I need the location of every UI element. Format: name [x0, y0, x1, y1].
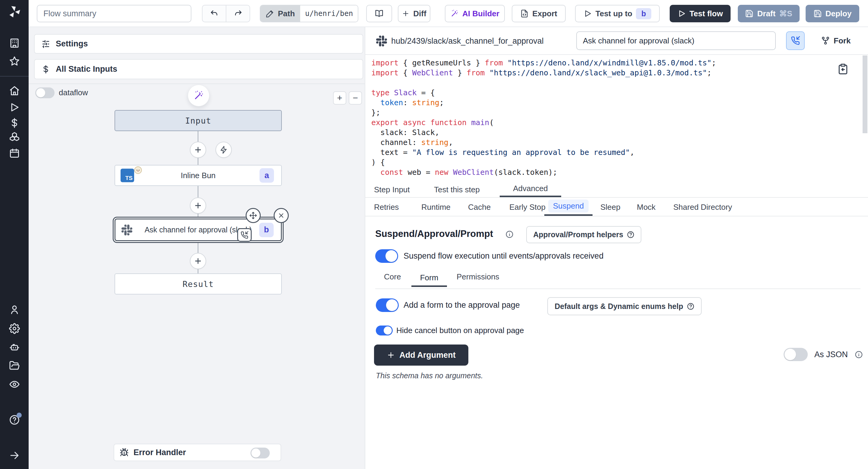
path-button-label: Path [278, 9, 295, 19]
as-json-label: As JSON [814, 348, 848, 361]
bug-icon [120, 448, 129, 457]
subtab-suspend-active[interactable]: Suspend [544, 198, 592, 216]
suspend-flow-toggle-label: Suspend flow execution until events/appr… [404, 249, 603, 263]
path-button[interactable]: Path [260, 5, 300, 22]
ai-builder-button[interactable]: AI Builder [445, 5, 505, 22]
step-detail-panel: hub/2439/slack/ask_channel_for_approval … [365, 27, 868, 469]
windmill-logo-icon[interactable] [7, 4, 22, 19]
empty-schema-note: This schema has no arguments. [376, 371, 483, 380]
suspend-tab-form-active[interactable]: Form [411, 271, 447, 287]
scrollbar-thumb[interactable] [863, 56, 867, 133]
resources-boxes-icon[interactable] [9, 132, 20, 143]
helpers-button-label: Approval/Prompt helpers [533, 230, 623, 239]
delete-step-button[interactable] [274, 208, 289, 223]
subtab-mock[interactable]: Mock [637, 198, 655, 216]
insert-step-button[interactable] [190, 197, 206, 214]
step-tabs: Step Input Test this step Advanced [365, 182, 868, 198]
users-icon[interactable] [9, 304, 20, 315]
draft-button[interactable]: Draft ⌘S [738, 5, 800, 22]
flow-graph-panel: Settings All Static Inputs dataflow + − … [29, 27, 365, 469]
subtab-sleep[interactable]: Sleep [600, 198, 621, 216]
home-icon[interactable] [9, 85, 20, 96]
fork-button[interactable]: Fork [821, 31, 850, 50]
result-node[interactable]: Result [115, 273, 282, 294]
input-node[interactable]: Input [115, 110, 282, 131]
error-handler-toggle[interactable] [250, 447, 270, 459]
insert-step-button[interactable] [190, 142, 206, 158]
favorites-star-icon[interactable] [9, 56, 20, 67]
add-argument-label: Add Argument [399, 350, 456, 360]
draft-shortcut: ⌘S [779, 9, 792, 19]
default-args-help-button[interactable]: Default args & Dynamic enums help [547, 297, 702, 315]
input-node-label: Input [185, 116, 211, 125]
copy-code-button[interactable] [837, 63, 849, 75]
flow-summary-input[interactable] [37, 5, 191, 22]
settings-card-label: Settings [56, 39, 88, 49]
undo-button[interactable] [203, 5, 226, 22]
dataflow-toggle[interactable] [35, 87, 55, 98]
tab-step-input[interactable]: Step Input [374, 182, 410, 198]
step-header: hub/2439/slack/ask_channel_for_approval … [365, 27, 868, 55]
export-button[interactable]: Export [512, 5, 566, 22]
flow-edge [198, 214, 198, 219]
pencil-icon [266, 9, 274, 18]
variables-dollar-icon[interactable] [9, 118, 20, 128]
help-icon[interactable] [9, 414, 20, 425]
approval-prompt-helpers-button[interactable]: Approval/Prompt helpers [526, 226, 641, 243]
all-static-inputs-card[interactable]: All Static Inputs [34, 59, 363, 79]
add-argument-button[interactable]: Add Argument [374, 345, 468, 366]
runs-play-icon[interactable] [9, 102, 20, 113]
left-rail [0, 0, 29, 469]
schedules-calendar-icon[interactable] [9, 148, 20, 159]
zoom-in-button[interactable]: + [333, 91, 346, 104]
move-step-button[interactable] [246, 208, 261, 223]
as-json-toggle[interactable] [784, 348, 808, 361]
path-value[interactable]: u/henri/ben [300, 5, 358, 22]
step-name-input[interactable] [576, 31, 776, 50]
subtab-shared-directory[interactable]: Shared Directory [673, 198, 732, 216]
flow-edge [198, 241, 198, 253]
audit-eye-icon[interactable] [9, 379, 20, 390]
collapse-arrow-icon[interactable] [9, 450, 20, 461]
tab-advanced-active[interactable]: Advanced [500, 182, 561, 197]
tab-test-this-step[interactable]: Test this step [434, 182, 480, 198]
hide-cancel-toggle[interactable] [376, 325, 393, 336]
suspend-flow-toggle[interactable] [375, 249, 398, 263]
typescript-bun-icon: TS [121, 169, 134, 182]
diff-button[interactable]: Diff [398, 5, 430, 22]
test-up-to-button[interactable]: Test up to b [575, 5, 660, 22]
subtab-retries[interactable]: Retries [374, 198, 399, 216]
add-form-toggle[interactable] [376, 299, 399, 312]
insert-step-button[interactable] [190, 253, 206, 269]
docs-button[interactable] [366, 5, 392, 22]
code-editor[interactable]: import { getResumeUrls } from "https://d… [371, 58, 716, 177]
suspend-tab-permissions[interactable]: Permissions [457, 271, 499, 282]
suspend-phone-button[interactable] [786, 31, 805, 50]
info-icon[interactable] [855, 350, 863, 359]
info-icon[interactable] [505, 230, 514, 239]
subtab-cache[interactable]: Cache [468, 198, 491, 216]
subtab-runtime[interactable]: Runtime [421, 198, 451, 216]
deploy-button[interactable]: Deploy [806, 5, 859, 22]
save-icon [745, 9, 753, 18]
zap-icon [219, 146, 228, 154]
settings-gear-icon[interactable] [9, 323, 20, 334]
code-editor-area[interactable]: import { getResumeUrls } from "https://d… [365, 56, 868, 182]
step-node-a[interactable]: TS Inline Bun a [115, 165, 282, 186]
error-handler-card[interactable]: Error Handler [114, 444, 281, 461]
test-flow-button[interactable]: Test flow [670, 5, 731, 22]
ai-flow-wand-button[interactable] [188, 85, 210, 106]
suspend-phone-indicator[interactable] [237, 228, 252, 242]
subtab-early-stop[interactable]: Early Stop [509, 198, 546, 216]
plus-icon [194, 146, 202, 154]
suspend-tab-core[interactable]: Core [384, 271, 401, 282]
flow-settings-card[interactable]: Settings [34, 34, 363, 54]
workers-bot-icon[interactable] [9, 342, 20, 353]
trigger-zap-button[interactable] [216, 142, 232, 158]
redo-button[interactable] [226, 5, 250, 22]
zoom-out-button[interactable]: − [349, 91, 362, 104]
folders-icon[interactable] [9, 360, 20, 371]
path-button-group[interactable]: Path u/henri/ben [260, 5, 358, 22]
workspace-icon[interactable] [9, 38, 20, 49]
section-divider [375, 288, 861, 289]
